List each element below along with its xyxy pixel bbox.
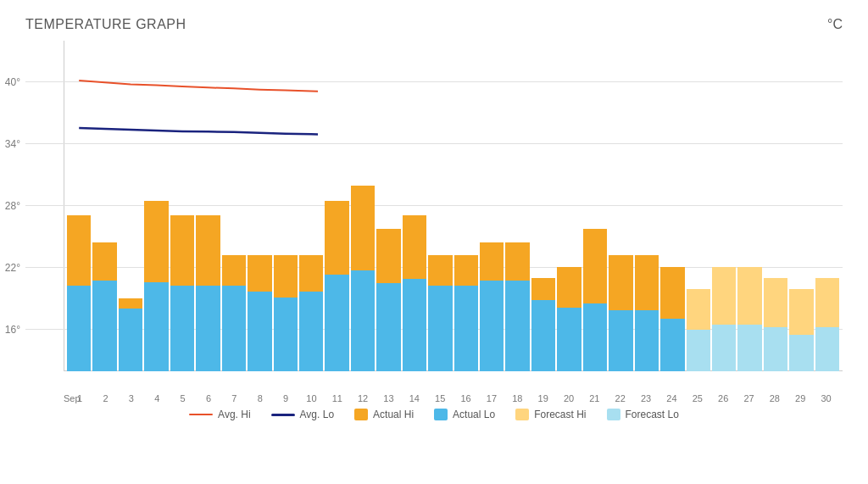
x-axis-day-label: 23 bbox=[633, 393, 659, 403]
x-axis-day-label: 20 bbox=[556, 393, 581, 403]
bar-actual-lo bbox=[274, 298, 298, 371]
bar-forecast-hi bbox=[764, 278, 787, 327]
bar-actual-hi bbox=[92, 242, 116, 281]
bar-actual-lo bbox=[609, 310, 632, 371]
bar-group bbox=[687, 41, 710, 371]
x-axis-day-label: 5 bbox=[170, 393, 195, 403]
bar-group bbox=[583, 41, 607, 371]
bar-group bbox=[531, 41, 555, 371]
bar-actual-lo bbox=[196, 286, 220, 371]
month-label: Sep bbox=[64, 393, 81, 403]
bar-group bbox=[557, 41, 581, 371]
x-axis-day-label: 9 bbox=[273, 393, 298, 403]
bar-group bbox=[403, 41, 426, 371]
bar-actual-lo bbox=[351, 270, 375, 371]
x-axis-day-label: 8 bbox=[248, 393, 273, 403]
bar-group bbox=[351, 41, 375, 371]
bar-actual-lo bbox=[144, 282, 168, 371]
x-axis-day-label: 7 bbox=[221, 393, 247, 403]
legend-item: Avg. Lo bbox=[271, 409, 334, 420]
chart-container: TEMPERATURE GRAPH °C 16°22°28°34°40° Sep… bbox=[0, 0, 868, 484]
x-labels: Sep 123456789101112131415161718192021222… bbox=[64, 371, 843, 405]
bar-group bbox=[119, 41, 142, 371]
bar-forecast-hi bbox=[815, 278, 839, 327]
y-axis-label: 16° bbox=[5, 324, 25, 336]
y-axis-label: 34° bbox=[5, 138, 25, 150]
bar-actual-lo bbox=[299, 292, 323, 371]
x-axis-day-label: 18 bbox=[504, 393, 530, 403]
bar-group bbox=[815, 41, 839, 371]
bar-actual-lo bbox=[325, 275, 348, 371]
legend-color-swatch bbox=[434, 409, 448, 420]
bar-actual-lo bbox=[403, 279, 426, 371]
bar-group bbox=[505, 41, 529, 371]
bar-actual-lo bbox=[92, 281, 116, 371]
x-axis-day-label: 19 bbox=[530, 393, 555, 403]
bar-actual-lo bbox=[67, 286, 91, 371]
x-axis-day-label: 2 bbox=[92, 393, 118, 403]
x-axis-day-label: 6 bbox=[196, 393, 221, 403]
x-axis-day-label: 12 bbox=[350, 393, 376, 403]
bar-group bbox=[144, 41, 168, 371]
bar-group bbox=[764, 41, 787, 371]
bar-forecast-lo bbox=[737, 325, 761, 371]
bar-group bbox=[376, 41, 400, 371]
bar-actual-hi bbox=[583, 229, 607, 303]
bar-actual-hi bbox=[376, 229, 400, 283]
bar-actual-hi bbox=[505, 242, 529, 281]
bar-group bbox=[428, 41, 452, 371]
chart-area: 16°22°28°34°40° Sep 12345678910111213141… bbox=[25, 41, 843, 405]
x-axis-day-label: 27 bbox=[736, 393, 761, 403]
bar-actual-lo bbox=[248, 292, 271, 371]
bar-actual-hi bbox=[660, 267, 684, 320]
legend-line-swatch bbox=[271, 414, 295, 416]
bar-group bbox=[274, 41, 298, 371]
bar-actual-hi bbox=[119, 298, 142, 308]
bar-group bbox=[480, 41, 504, 371]
bar-actual-hi bbox=[144, 201, 168, 282]
bar-actual-lo bbox=[454, 286, 478, 371]
bars-container bbox=[64, 41, 843, 371]
bar-forecast-lo bbox=[764, 327, 787, 371]
bar-actual-lo bbox=[583, 303, 607, 371]
bar-forecast-hi bbox=[712, 267, 736, 325]
bar-group bbox=[660, 41, 684, 371]
legend-label: Actual Hi bbox=[373, 409, 414, 420]
bar-forecast-hi bbox=[789, 289, 813, 336]
x-axis-day-label: 14 bbox=[402, 393, 427, 403]
bar-group bbox=[789, 41, 813, 371]
bar-actual-lo bbox=[222, 286, 246, 371]
legend-color-swatch bbox=[354, 409, 368, 420]
legend-label: Avg. Hi bbox=[218, 409, 250, 420]
title-row: TEMPERATURE GRAPH °C bbox=[25, 17, 843, 32]
bar-actual-lo bbox=[428, 286, 452, 371]
bar-group bbox=[712, 41, 736, 371]
legend-line-swatch bbox=[189, 414, 213, 415]
x-axis-day-label: 10 bbox=[298, 393, 324, 403]
bar-actual-lo bbox=[557, 308, 581, 371]
bar-actual-hi bbox=[274, 255, 298, 298]
legend-label: Forecast Lo bbox=[626, 409, 679, 420]
x-axis-day-label: 21 bbox=[581, 393, 607, 403]
bar-forecast-lo bbox=[789, 335, 813, 371]
bar-forecast-lo bbox=[712, 325, 736, 371]
x-axis-day-label: 25 bbox=[685, 393, 710, 403]
bar-actual-hi bbox=[403, 215, 426, 279]
bar-group bbox=[325, 41, 348, 371]
bar-actual-hi bbox=[609, 255, 632, 310]
legend-label: Actual Lo bbox=[453, 409, 495, 420]
x-axis-day-label: 11 bbox=[325, 393, 350, 403]
bar-actual-lo bbox=[170, 286, 194, 371]
x-axis-day-label: 30 bbox=[813, 393, 838, 403]
bar-group bbox=[737, 41, 761, 371]
bar-actual-lo bbox=[660, 319, 684, 371]
x-axis-day-label: 15 bbox=[427, 393, 453, 403]
legend-color-swatch bbox=[607, 409, 620, 420]
bar-group bbox=[248, 41, 271, 371]
bar-actual-lo bbox=[635, 310, 659, 371]
bar-forecast-lo bbox=[687, 330, 710, 371]
legend-label: Avg. Lo bbox=[300, 409, 334, 420]
x-axis-day-label: 13 bbox=[376, 393, 401, 403]
bar-group bbox=[454, 41, 478, 371]
x-axis-day-label: 28 bbox=[762, 393, 787, 403]
